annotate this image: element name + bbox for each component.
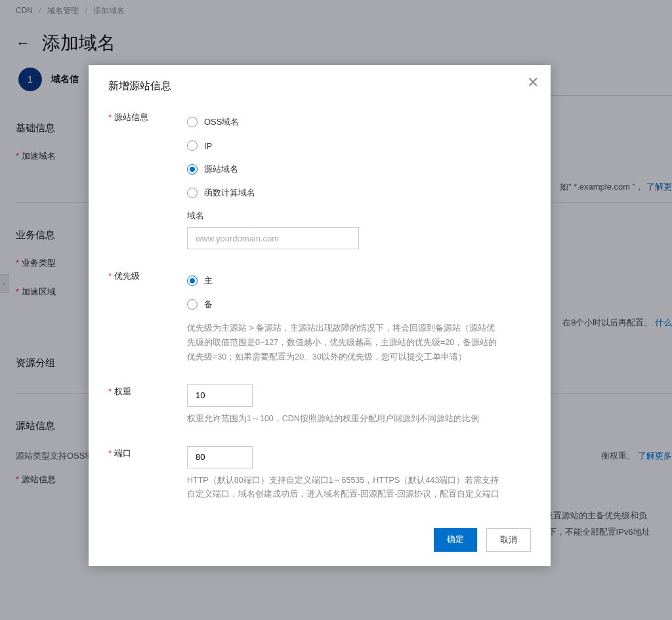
radio-label: 主	[204, 275, 213, 287]
radio-label: IP	[204, 141, 212, 151]
radio-primary[interactable]: 主	[187, 269, 531, 293]
modal-label-priority: *优先级	[108, 269, 187, 282]
radio-icon	[187, 188, 198, 198]
cancel-button[interactable]: 取消	[486, 528, 531, 552]
port-help: HTTP（默认80端口）支持自定义端口1～65535，HTTPS（默认443端口…	[187, 474, 502, 503]
modal-label-port: *端口	[108, 446, 187, 459]
radio-origin-domain[interactable]: 源站域名	[187, 157, 531, 181]
radio-icon	[187, 117, 198, 127]
modal-title: 新增源站信息	[108, 79, 531, 93]
radio-ip[interactable]: IP	[187, 134, 531, 157]
close-icon[interactable]: ✕	[527, 75, 539, 90]
ok-button[interactable]: 确定	[434, 528, 477, 552]
radio-label: 源站域名	[204, 163, 238, 175]
modal-label-weight: *权重	[108, 384, 187, 398]
modal-label-origin-info: *源站信息	[108, 110, 187, 123]
radio-icon	[187, 276, 198, 286]
radio-label: OSS域名	[204, 116, 239, 128]
radio-label: 备	[204, 299, 213, 310]
priority-help: 优先级为主源站 > 备源站，主源站出现故障的情况下，将会回源到备源站（源站优先级…	[187, 321, 502, 365]
domain-sub-label: 域名	[187, 210, 531, 222]
radio-oss-domain[interactable]: OSS域名	[187, 110, 531, 134]
radio-icon	[187, 164, 198, 175]
weight-help: 权重允许范围为1～100，CDN按照源站的权重分配用户回源到不同源站的比例	[187, 412, 502, 426]
weight-input[interactable]	[187, 384, 253, 407]
domain-input[interactable]	[187, 227, 359, 249]
radio-fc-domain[interactable]: 函数计算域名	[187, 181, 531, 205]
radio-label: 函数计算域名	[204, 187, 255, 199]
port-input[interactable]	[187, 446, 253, 468]
add-origin-modal: ✕ 新增源站信息 *源站信息 OSS域名 IP 源站域名 函数计算域名 域名	[89, 65, 551, 566]
radio-icon	[187, 299, 198, 310]
radio-backup[interactable]: 备	[187, 293, 531, 316]
radio-icon	[187, 140, 198, 151]
